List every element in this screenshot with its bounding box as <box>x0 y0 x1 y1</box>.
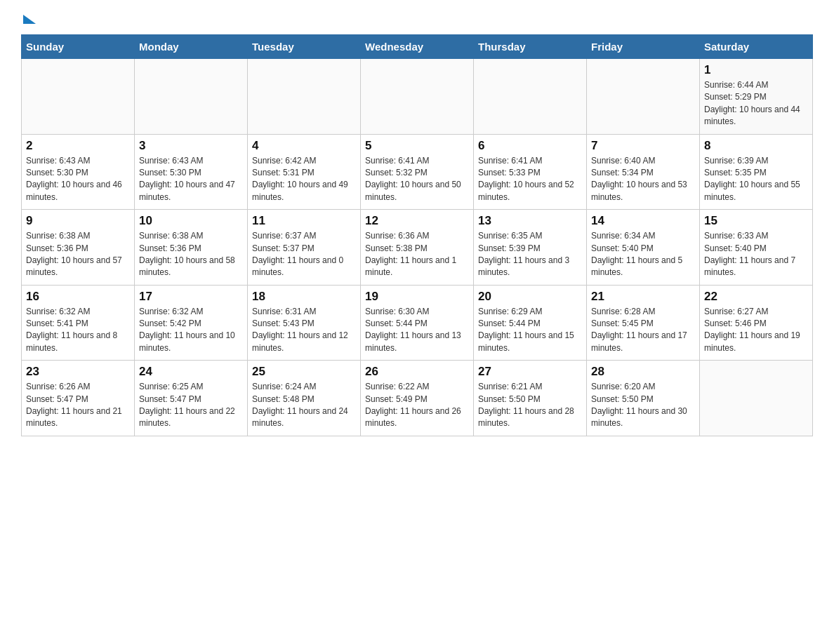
day-info: Sunrise: 6:32 AMSunset: 5:42 PMDaylight:… <box>139 306 243 355</box>
page-header <box>21 14 813 23</box>
day-info: Sunrise: 6:41 AMSunset: 5:33 PMDaylight:… <box>478 155 582 204</box>
calendar-cell: 5Sunrise: 6:41 AMSunset: 5:32 PMDaylight… <box>361 134 474 210</box>
day-info: Sunrise: 6:38 AMSunset: 5:36 PMDaylight:… <box>139 230 243 279</box>
day-number: 6 <box>478 139 582 153</box>
day-number: 9 <box>26 214 130 228</box>
calendar-cell: 7Sunrise: 6:40 AMSunset: 5:34 PMDaylight… <box>587 134 700 210</box>
day-info: Sunrise: 6:43 AMSunset: 5:30 PMDaylight:… <box>139 155 243 204</box>
day-number: 28 <box>591 365 695 379</box>
day-info: Sunrise: 6:38 AMSunset: 5:36 PMDaylight:… <box>26 230 130 279</box>
day-number: 12 <box>365 214 469 228</box>
day-number: 24 <box>139 365 243 379</box>
day-number: 16 <box>26 290 130 304</box>
calendar-cell: 6Sunrise: 6:41 AMSunset: 5:33 PMDaylight… <box>474 134 587 210</box>
calendar-cell: 3Sunrise: 6:43 AMSunset: 5:30 PMDaylight… <box>135 134 248 210</box>
day-number: 14 <box>591 214 695 228</box>
calendar-cell: 25Sunrise: 6:24 AMSunset: 5:48 PMDayligh… <box>248 361 361 436</box>
day-info: Sunrise: 6:35 AMSunset: 5:39 PMDaylight:… <box>478 230 582 279</box>
day-info: Sunrise: 6:24 AMSunset: 5:48 PMDaylight:… <box>252 381 356 430</box>
day-info: Sunrise: 6:25 AMSunset: 5:47 PMDaylight:… <box>139 381 243 430</box>
day-info: Sunrise: 6:20 AMSunset: 5:50 PMDaylight:… <box>591 381 695 430</box>
calendar-cell: 24Sunrise: 6:25 AMSunset: 5:47 PMDayligh… <box>135 361 248 436</box>
day-info: Sunrise: 6:32 AMSunset: 5:41 PMDaylight:… <box>26 306 130 355</box>
day-number: 4 <box>252 139 356 153</box>
calendar-cell: 23Sunrise: 6:26 AMSunset: 5:47 PMDayligh… <box>22 361 135 436</box>
day-number: 19 <box>365 290 469 304</box>
logo-arrow-icon <box>23 15 36 24</box>
calendar-cell: 10Sunrise: 6:38 AMSunset: 5:36 PMDayligh… <box>135 210 248 286</box>
calendar-cell <box>22 59 135 135</box>
day-number: 27 <box>478 365 582 379</box>
calendar-cell: 4Sunrise: 6:42 AMSunset: 5:31 PMDaylight… <box>248 134 361 210</box>
calendar-cell <box>700 361 813 436</box>
day-info: Sunrise: 6:26 AMSunset: 5:47 PMDaylight:… <box>26 381 130 430</box>
day-number: 17 <box>139 290 243 304</box>
day-info: Sunrise: 6:41 AMSunset: 5:32 PMDaylight:… <box>365 155 469 204</box>
day-info: Sunrise: 6:36 AMSunset: 5:38 PMDaylight:… <box>365 230 469 279</box>
calendar-cell: 15Sunrise: 6:33 AMSunset: 5:40 PMDayligh… <box>700 210 813 286</box>
day-info: Sunrise: 6:21 AMSunset: 5:50 PMDaylight:… <box>478 381 582 430</box>
calendar-cell: 1Sunrise: 6:44 AMSunset: 5:29 PMDaylight… <box>700 59 813 135</box>
calendar-cell: 19Sunrise: 6:30 AMSunset: 5:44 PMDayligh… <box>361 285 474 361</box>
calendar-week-row: 16Sunrise: 6:32 AMSunset: 5:41 PMDayligh… <box>22 285 813 361</box>
day-info: Sunrise: 6:28 AMSunset: 5:45 PMDaylight:… <box>591 306 695 355</box>
day-number: 15 <box>704 214 808 228</box>
day-info: Sunrise: 6:40 AMSunset: 5:34 PMDaylight:… <box>591 155 695 204</box>
calendar-table: SundayMondayTuesdayWednesdayThursdayFrid… <box>21 34 813 436</box>
calendar-cell: 18Sunrise: 6:31 AMSunset: 5:43 PMDayligh… <box>248 285 361 361</box>
day-info: Sunrise: 6:44 AMSunset: 5:29 PMDaylight:… <box>704 79 808 128</box>
calendar-cell <box>474 59 587 135</box>
day-number: 5 <box>365 139 469 153</box>
calendar-week-row: 9Sunrise: 6:38 AMSunset: 5:36 PMDaylight… <box>22 210 813 286</box>
day-info: Sunrise: 6:43 AMSunset: 5:30 PMDaylight:… <box>26 155 130 204</box>
calendar-cell: 16Sunrise: 6:32 AMSunset: 5:41 PMDayligh… <box>22 285 135 361</box>
day-info: Sunrise: 6:39 AMSunset: 5:35 PMDaylight:… <box>704 155 808 204</box>
calendar-cell: 27Sunrise: 6:21 AMSunset: 5:50 PMDayligh… <box>474 361 587 436</box>
calendar-cell: 14Sunrise: 6:34 AMSunset: 5:40 PMDayligh… <box>587 210 700 286</box>
day-number: 18 <box>252 290 356 304</box>
calendar-cell: 8Sunrise: 6:39 AMSunset: 5:35 PMDaylight… <box>700 134 813 210</box>
calendar-header-row: SundayMondayTuesdayWednesdayThursdayFrid… <box>22 35 813 59</box>
day-header-friday: Friday <box>587 35 700 59</box>
calendar-cell: 9Sunrise: 6:38 AMSunset: 5:36 PMDaylight… <box>22 210 135 286</box>
day-info: Sunrise: 6:37 AMSunset: 5:37 PMDaylight:… <box>252 230 356 279</box>
day-info: Sunrise: 6:33 AMSunset: 5:40 PMDaylight:… <box>704 230 808 279</box>
calendar-cell: 13Sunrise: 6:35 AMSunset: 5:39 PMDayligh… <box>474 210 587 286</box>
day-header-monday: Monday <box>135 35 248 59</box>
day-number: 1 <box>704 63 808 77</box>
calendar-cell: 17Sunrise: 6:32 AMSunset: 5:42 PMDayligh… <box>135 285 248 361</box>
calendar-cell <box>135 59 248 135</box>
day-number: 3 <box>139 139 243 153</box>
calendar-cell: 2Sunrise: 6:43 AMSunset: 5:30 PMDaylight… <box>22 134 135 210</box>
calendar-cell: 28Sunrise: 6:20 AMSunset: 5:50 PMDayligh… <box>587 361 700 436</box>
logo <box>21 14 36 23</box>
day-info: Sunrise: 6:34 AMSunset: 5:40 PMDaylight:… <box>591 230 695 279</box>
calendar-cell: 26Sunrise: 6:22 AMSunset: 5:49 PMDayligh… <box>361 361 474 436</box>
day-info: Sunrise: 6:27 AMSunset: 5:46 PMDaylight:… <box>704 306 808 355</box>
day-number: 10 <box>139 214 243 228</box>
day-number: 7 <box>591 139 695 153</box>
calendar-cell: 21Sunrise: 6:28 AMSunset: 5:45 PMDayligh… <box>587 285 700 361</box>
day-number: 21 <box>591 290 695 304</box>
day-header-wednesday: Wednesday <box>361 35 474 59</box>
day-number: 26 <box>365 365 469 379</box>
day-info: Sunrise: 6:31 AMSunset: 5:43 PMDaylight:… <box>252 306 356 355</box>
calendar-cell: 12Sunrise: 6:36 AMSunset: 5:38 PMDayligh… <box>361 210 474 286</box>
day-header-sunday: Sunday <box>22 35 135 59</box>
calendar-week-row: 1Sunrise: 6:44 AMSunset: 5:29 PMDaylight… <box>22 59 813 135</box>
calendar-week-row: 2Sunrise: 6:43 AMSunset: 5:30 PMDaylight… <box>22 134 813 210</box>
day-header-saturday: Saturday <box>700 35 813 59</box>
calendar-cell <box>248 59 361 135</box>
calendar-cell: 11Sunrise: 6:37 AMSunset: 5:37 PMDayligh… <box>248 210 361 286</box>
day-number: 11 <box>252 214 356 228</box>
day-number: 25 <box>252 365 356 379</box>
day-number: 23 <box>26 365 130 379</box>
day-number: 8 <box>704 139 808 153</box>
calendar-week-row: 23Sunrise: 6:26 AMSunset: 5:47 PMDayligh… <box>22 361 813 436</box>
calendar-cell <box>587 59 700 135</box>
day-info: Sunrise: 6:29 AMSunset: 5:44 PMDaylight:… <box>478 306 582 355</box>
day-number: 22 <box>704 290 808 304</box>
calendar-cell: 20Sunrise: 6:29 AMSunset: 5:44 PMDayligh… <box>474 285 587 361</box>
day-info: Sunrise: 6:30 AMSunset: 5:44 PMDaylight:… <box>365 306 469 355</box>
day-info: Sunrise: 6:42 AMSunset: 5:31 PMDaylight:… <box>252 155 356 204</box>
